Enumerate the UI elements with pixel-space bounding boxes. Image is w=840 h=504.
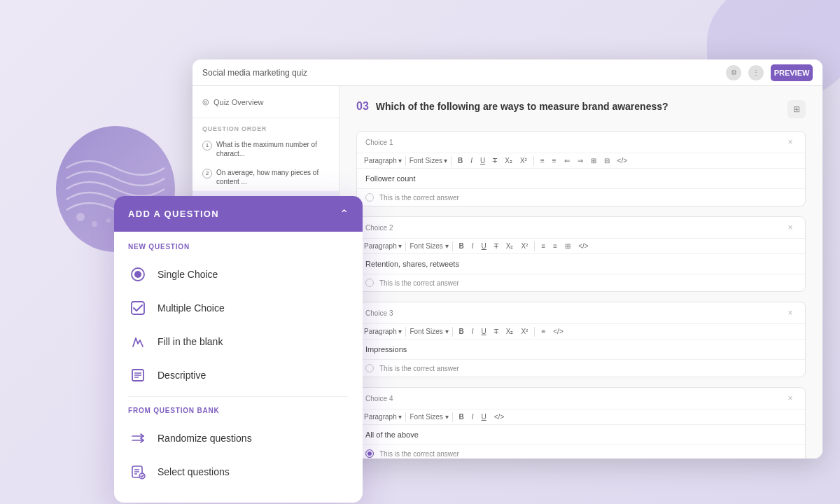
bold-btn-2[interactable]: B [456, 241, 467, 251]
sidebar-nav: ◎ Quiz Overview [192, 86, 339, 118]
sidebar-section-label: QUESTION ORDER [192, 118, 339, 135]
sup-btn-3[interactable]: X² [518, 326, 531, 337]
window-actions: ⚙ ⋮ PREVIEW [726, 64, 813, 81]
media-btn[interactable]: ⊟ [601, 155, 612, 166]
list-btn[interactable]: ≡ [550, 155, 559, 166]
choice-3-toolbar: Paragraph ▾ Font Sizes ▾ B I U T̶ X₂ X² … [357, 324, 805, 340]
align-btn[interactable]: ≡ [538, 155, 547, 166]
font-size-dropdown[interactable]: Font Sizes ▾ [410, 157, 447, 164]
code-btn-2[interactable]: </> [575, 241, 591, 251]
quiz-overview-label: Quiz Overview [214, 98, 264, 106]
italic-btn-3[interactable]: I [469, 326, 477, 337]
single-choice-icon [128, 265, 148, 284]
q1-text: What is the maximum number of charact... [216, 140, 329, 158]
quiz-overview-icon: ◎ [202, 97, 209, 106]
code-btn-4[interactable]: </> [491, 412, 507, 422]
choice-4-delete[interactable]: × [784, 392, 797, 405]
choice-4-header: Choice 4 × [357, 388, 805, 410]
align-btn-3[interactable]: ≡ [538, 326, 548, 337]
choice-card-2: Choice 2 × Paragraph ▾ Font Sizes ▾ B I … [356, 216, 806, 292]
sub-btn-3[interactable]: X₂ [503, 326, 517, 337]
choice-1-header: Choice 1 × [357, 132, 805, 153]
preview-button[interactable]: PREVIEW [771, 64, 813, 81]
single-choice-label: Single Choice [158, 269, 218, 280]
question-text: Which of the following are ways to measu… [376, 100, 780, 114]
settings-icon[interactable]: ⚙ [726, 65, 741, 80]
sub-btn[interactable]: X₂ [502, 155, 515, 166]
modal-item-fill-blank[interactable]: Fill in the blank [128, 325, 349, 358]
sup-btn[interactable]: X² [517, 155, 530, 166]
fill-blank-icon [128, 332, 148, 351]
list-btn-2[interactable]: ≡ [550, 241, 560, 251]
choice-2-content[interactable]: Retention, shares, retweets [357, 254, 805, 274]
strikethrough-btn-2[interactable]: T̶ [491, 241, 501, 251]
strikethrough-btn-3[interactable]: T̶ [491, 326, 501, 337]
paragraph-dropdown-3[interactable]: Paragraph ▾ [364, 328, 402, 335]
choice-1-correct-radio[interactable] [365, 193, 374, 202]
underline-btn-2[interactable]: U [479, 241, 489, 251]
choice-2-correct-radio[interactable] [365, 279, 374, 287]
select-questions-label: Select questions [158, 466, 230, 477]
from-bank-label: FROM QUESTION BANK [128, 407, 349, 414]
sub-btn-2[interactable]: X₂ [503, 241, 517, 251]
main-content: 03 Which of the following are ways to me… [340, 86, 822, 458]
sidebar-quiz-overview[interactable]: ◎ Quiz Overview [202, 94, 329, 109]
choice-4-correct-row: This is the correct answer [357, 444, 805, 458]
svg-point-0 [76, 213, 85, 221]
strikethrough-btn[interactable]: T̶ [490, 155, 500, 166]
new-question-label: NEW QUESTION [128, 243, 349, 251]
sidebar-item-q2[interactable]: 2 On average, how many pieces of content… [192, 163, 339, 191]
choice-3-delete[interactable]: × [784, 307, 797, 319]
choice-1-content[interactable]: Follower count [357, 169, 805, 188]
code-btn[interactable]: </> [615, 155, 630, 166]
modal-item-select-questions[interactable]: Select questions [128, 455, 349, 489]
choice-4-correct-label: This is the correct answer [379, 450, 459, 458]
paragraph-dropdown-2[interactable]: Paragraph ▾ [364, 242, 402, 250]
align-btn-2[interactable]: ≡ [538, 241, 548, 251]
modal-item-randomize[interactable]: Randomize questions [128, 421, 349, 455]
underline-btn[interactable]: U [477, 155, 488, 166]
outdent-btn[interactable]: ⇒ [575, 155, 586, 166]
choice-2-toolbar: Paragraph ▾ Font Sizes ▾ B I U T̶ X₂ X² … [357, 239, 805, 254]
choice-4-correct-radio[interactable] [365, 449, 374, 458]
bold-btn-3[interactable]: B [456, 326, 467, 337]
underline-btn-3[interactable]: U [479, 326, 489, 337]
underline-btn-4[interactable]: U [479, 412, 489, 422]
sidebar-item-q1[interactable]: 1 What is the maximum number of charact.… [192, 135, 339, 163]
modal-chevron-icon[interactable]: ⌃ [340, 207, 349, 220]
more-icon[interactable]: ⋮ [748, 65, 764, 80]
choice-1-toolbar: Paragraph ▾ Font Sizes ▾ B I U T̶ X₂ X² … [357, 153, 805, 169]
italic-btn[interactable]: I [468, 155, 475, 166]
indent-btn[interactable]: ⇐ [561, 155, 573, 166]
multiple-choice-icon [128, 298, 148, 318]
italic-btn-2[interactable]: I [469, 241, 477, 251]
window-titlebar: Social media marketing quiz ⚙ ⋮ PREVIEW [192, 59, 822, 86]
paragraph-dropdown[interactable]: Paragraph ▾ [364, 157, 402, 164]
modal-body: NEW QUESTION Single Choice Multiple Choi… [114, 232, 363, 503]
modal-item-single-choice[interactable]: Single Choice [128, 258, 349, 291]
choice-4-content[interactable]: All of the above [357, 425, 805, 444]
bold-btn-4[interactable]: B [456, 412, 467, 422]
paragraph-dropdown-4[interactable]: Paragraph ▾ [364, 413, 402, 421]
modal-item-descriptive[interactable]: Descriptive [128, 358, 349, 392]
font-size-dropdown-2[interactable]: Font Sizes ▾ [410, 242, 448, 250]
question-settings-button[interactable]: ⊞ [788, 100, 806, 118]
choice-card-3: Choice 3 × Paragraph ▾ Font Sizes ▾ B I … [356, 302, 806, 377]
choice-3-content[interactable]: Impressions [357, 340, 805, 359]
choice-4-toolbar: Paragraph ▾ Font Sizes ▾ B I U </> [357, 410, 805, 425]
font-size-dropdown-4[interactable]: Font Sizes ▾ [410, 413, 448, 421]
sup-btn-2[interactable]: X² [518, 241, 531, 251]
font-size-dropdown-3[interactable]: Font Sizes ▾ [410, 328, 448, 335]
multiple-choice-label: Multiple Choice [158, 302, 225, 314]
modal-item-multiple-choice[interactable]: Multiple Choice [128, 291, 349, 325]
italic-btn-4[interactable]: I [469, 412, 477, 422]
table-btn-2[interactable]: ⊞ [562, 241, 573, 251]
choice-1-delete[interactable]: × [784, 136, 797, 148]
choice-1-label: Choice 1 [365, 139, 393, 146]
choice-2-delete[interactable]: × [784, 221, 797, 234]
question-number: 03 [356, 100, 369, 113]
code-btn-3[interactable]: </> [550, 326, 566, 337]
choice-3-correct-radio[interactable] [365, 364, 374, 372]
bold-btn[interactable]: B [455, 155, 465, 166]
table-btn[interactable]: ⊞ [588, 155, 599, 166]
